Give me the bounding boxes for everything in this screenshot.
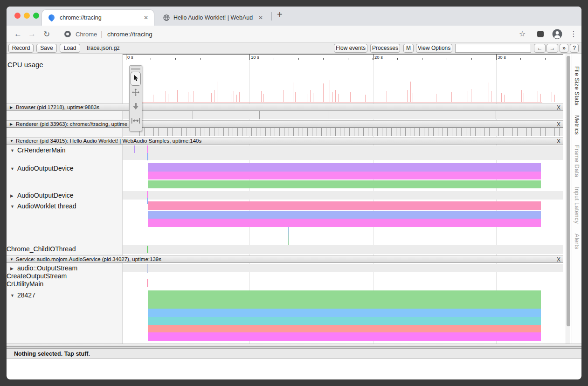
analysis-resize-handle[interactable] <box>7 344 581 349</box>
thread-label-audio-output-device-2[interactable]: ▶AudioOutputDevice <box>10 192 74 199</box>
timing-tool-button[interactable] <box>130 114 142 128</box>
processes-button[interactable]: Processes <box>370 44 400 53</box>
trace-event[interactable] <box>147 153 148 160</box>
thread-label-audio-output-device[interactable]: ▼AudioOutputDevice <box>10 165 74 172</box>
thread-label-cr-renderer-main[interactable]: ▼CrRendererMain <box>10 146 65 154</box>
slice-bar[interactable] <box>148 163 541 172</box>
trace-event[interactable] <box>147 264 148 273</box>
cr-renderer-main-track[interactable] <box>123 145 563 160</box>
overflow-button[interactable]: » <box>560 44 568 53</box>
back-icon[interactable]: ← <box>14 29 22 39</box>
close-track-icon[interactable]: X <box>557 138 560 145</box>
tab-close-icon[interactable]: ✕ <box>144 14 148 21</box>
selection-tool-button[interactable] <box>131 72 141 86</box>
trace-event[interactable] <box>147 246 148 253</box>
trace-event[interactable] <box>134 145 135 153</box>
cpu-baseline <box>130 102 542 103</box>
find-previous-button[interactable]: ← <box>534 44 546 53</box>
process-header-renderer-webaudio[interactable]: ▼ Renderer (pid 34015): Hello Audio Work… <box>7 137 563 145</box>
collapse-arrow-icon[interactable]: ▼ <box>10 293 17 298</box>
thread-label-create-output-stream[interactable]: CreateOutputStream <box>7 272 67 280</box>
extension-icon[interactable] <box>537 31 544 37</box>
process-header-audio-service[interactable]: ▼ Service: audio.mojom.AudioService (pid… <box>7 255 563 263</box>
expand-arrow-icon[interactable]: ▶ <box>10 105 13 110</box>
view-options-button[interactable]: View Options <box>416 44 452 53</box>
forward-icon[interactable]: → <box>28 29 36 39</box>
process-header-browser[interactable]: ▶ Browser (pid 17218), uptime:9883s X <box>7 103 563 111</box>
tab-file-size-stats[interactable]: File Size Stats <box>574 66 580 105</box>
cpu-usage-label: CPU usage <box>7 61 43 69</box>
trace-event[interactable] <box>147 191 148 198</box>
record-button[interactable]: Record <box>8 44 34 53</box>
close-window-button[interactable] <box>14 13 21 19</box>
collapse-arrow-icon[interactable]: ▼ <box>10 204 17 209</box>
bookmark-star-icon[interactable]: ☆ <box>519 29 526 38</box>
new-tab-button[interactable]: + <box>277 9 283 20</box>
tab-metrics[interactable]: Metrics <box>574 115 580 135</box>
close-track-icon[interactable]: X <box>557 121 560 128</box>
site-info-icon[interactable] <box>64 31 71 37</box>
analysis-bar: Nothing selected. Tap stuff. <box>7 349 581 359</box>
tab-alerts[interactable]: Alerts <box>574 234 580 249</box>
reload-icon[interactable]: ↻ <box>43 29 50 39</box>
trace-event[interactable] <box>147 145 148 153</box>
thread-label-chrome-child-io[interactable]: Chrome_ChildIOThread <box>7 245 76 253</box>
thread-label-cr-utility-main[interactable]: CrUtilityMain <box>7 280 43 288</box>
slice-bar[interactable] <box>148 325 541 332</box>
trace-event[interactable] <box>147 279 148 287</box>
expand-arrow-icon[interactable]: ▶ <box>10 193 17 198</box>
tab-input-latency[interactable]: Input Latency <box>574 187 580 224</box>
slice-bar[interactable] <box>148 211 541 219</box>
find-next-button[interactable]: → <box>546 44 558 53</box>
thread-label-output-stream[interactable]: ▶audio::OutputStream <box>10 264 77 272</box>
zoom-tool-button[interactable] <box>130 100 142 114</box>
menu-kebab-icon[interactable]: ⋮ <box>570 29 577 38</box>
output-stream-track[interactable] <box>123 264 563 272</box>
load-button[interactable]: Load <box>60 44 80 53</box>
time-ruler[interactable]: 0 s10 s20 s30 s <box>123 54 563 60</box>
expand-arrow-icon[interactable]: ▶ <box>10 122 13 126</box>
tab-frame-data[interactable]: Frame Data <box>574 145 580 177</box>
help-button[interactable]: ? <box>570 44 579 53</box>
url-text[interactable]: chrome://tracing <box>107 31 152 38</box>
slice-bar[interactable] <box>148 317 541 325</box>
avatar[interactable] <box>552 29 562 41</box>
close-track-icon[interactable]: X <box>557 104 560 111</box>
renderer-tracing-track[interactable] <box>123 128 563 136</box>
thread-label-audio-worklet[interactable]: ▼AudioWorklet thread <box>10 202 76 210</box>
tab-webaudio[interactable]: Hello Audio Worklet! | WebAud ✕ <box>157 10 269 26</box>
chrome-child-io-track[interactable] <box>123 245 563 254</box>
metrics-button[interactable]: M <box>403 44 414 53</box>
find-input[interactable] <box>455 44 531 53</box>
tab-close-icon[interactable]: ✕ <box>258 14 263 21</box>
palette-drag-handle[interactable] <box>131 67 140 71</box>
collapse-arrow-icon[interactable]: ▼ <box>10 148 17 153</box>
audio-output-device-2-track[interactable] <box>123 191 563 200</box>
minimize-window-button[interactable] <box>24 13 30 19</box>
slice-bar[interactable] <box>148 219 541 227</box>
pan-tool-button[interactable] <box>130 86 142 100</box>
flow-events-button[interactable]: Flow events <box>334 44 367 53</box>
slice-bar[interactable] <box>148 332 541 341</box>
cpu-spike-layer[interactable] <box>123 60 563 103</box>
scrollbar-thumb[interactable] <box>567 56 570 326</box>
save-button[interactable]: Save <box>36 44 57 53</box>
collapse-arrow-icon[interactable]: ▼ <box>10 257 14 262</box>
thread-name: AudioOutputDevice <box>17 192 74 199</box>
slice-bar[interactable] <box>148 201 541 210</box>
collapse-arrow-icon[interactable]: ▼ <box>10 139 14 143</box>
tab-tracing[interactable]: chrome://tracing ✕ <box>42 10 154 26</box>
slice-bar[interactable] <box>148 309 541 317</box>
expand-arrow-icon[interactable]: ▶ <box>10 266 17 271</box>
collapse-arrow-icon[interactable]: ▼ <box>10 166 17 171</box>
thread-label-28427[interactable]: ▼28427 <box>10 291 35 299</box>
close-track-icon[interactable]: X <box>557 256 560 263</box>
slice-bar[interactable] <box>148 290 541 309</box>
browser-track[interactable] <box>123 111 563 119</box>
vertical-scrollbar[interactable] <box>566 54 570 344</box>
slice-bar[interactable] <box>148 172 541 179</box>
zoom-window-button[interactable] <box>33 13 39 19</box>
slice-bar[interactable] <box>148 180 541 188</box>
worklet-async-tick[interactable] <box>288 227 289 245</box>
process-header-renderer-tracing[interactable]: ▶ Renderer (pid 33963): chrome://tracing… <box>7 120 563 128</box>
